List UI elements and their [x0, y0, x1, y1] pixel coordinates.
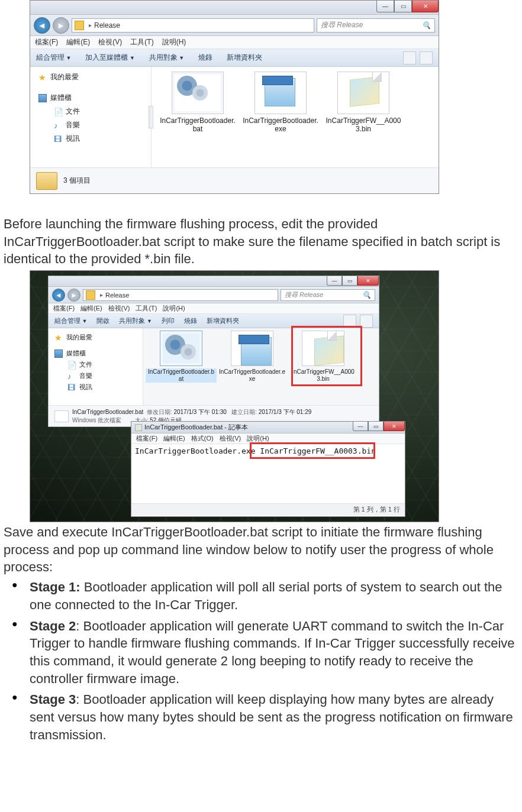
notepad-window: InCarTriggerBootloader.bat - 記事本 — ▭ ✕ 檔…: [131, 421, 405, 517]
minimize-button[interactable]: —: [327, 276, 342, 286]
search-input[interactable]: 搜尋 Release 🔍: [281, 289, 375, 301]
close-button[interactable]: ✕: [357, 276, 379, 286]
sidebar-favorites[interactable]: ★我的最愛: [30, 70, 151, 84]
file-item-bin[interactable]: InCarTriggerFW__A0003.bin: [288, 331, 359, 403]
text-editor-area[interactable]: InCarTriggerBootloader.exe InCarTriggerF…: [131, 444, 405, 503]
sidebar-documents[interactable]: 📄文件: [49, 359, 143, 370]
maximize-button[interactable]: ▭: [368, 422, 384, 431]
menu-help[interactable]: 說明(H): [247, 434, 269, 443]
details-pane: 3 個項目: [30, 167, 439, 193]
close-button[interactable]: ✕: [412, 1, 439, 12]
view-options-icon[interactable]: [403, 51, 416, 64]
search-input[interactable]: 搜尋 Release 🔍: [317, 18, 435, 33]
explorer-window-1: — ▭ ✕ ◄ ► ▸ Release 搜尋 Release 🔍 檔案(F) 編…: [30, 0, 439, 194]
menu-file[interactable]: 檔案(F): [136, 434, 157, 443]
toolbar-burn[interactable]: 燒錄: [198, 53, 212, 63]
view-options-icon[interactable]: [343, 315, 356, 328]
menu-edit[interactable]: 編輯(E): [80, 304, 102, 313]
menu-help[interactable]: 說明(H): [163, 304, 185, 313]
toolbar-share[interactable]: 共用對象: [119, 316, 152, 325]
menu-format[interactable]: 格式(O): [191, 434, 214, 443]
explorer-body: ★我的最愛 媒體櫃 📄文件 ♪音樂 🎞視訊 InCarTriggerBootlo…: [49, 328, 379, 405]
sidebar-libraries[interactable]: 媒體櫃: [30, 91, 151, 105]
toolbar-open[interactable]: 開啟: [96, 316, 109, 325]
file-label: InCarTriggerBootloader.bat: [146, 368, 217, 383]
file-list[interactable]: InCarTriggerBootloader.bat InCarTriggerB…: [152, 67, 439, 167]
titlebar[interactable]: InCarTriggerBootloader.bat - 記事本 — ▭ ✕: [131, 422, 405, 434]
stage-1-label: Stage 1:: [30, 580, 80, 594]
stage-3-label: Stage 3: [30, 692, 76, 707]
menu-view[interactable]: 檢視(V): [98, 37, 122, 47]
file-label: InCarTriggerFW__A0003.bin: [322, 117, 405, 134]
file-item-bat[interactable]: InCarTriggerBootloader.bat: [146, 331, 217, 403]
toolbar-burn[interactable]: 燒錄: [184, 316, 197, 325]
close-button[interactable]: ✕: [384, 422, 405, 431]
preview-pane-icon[interactable]: [420, 51, 433, 64]
file-item-bin[interactable]: InCarTriggerFW__A0003.bin: [322, 72, 405, 163]
status-mod-date: 2017/1/3 下午 01:30: [173, 409, 227, 415]
bin-file-icon: [337, 72, 389, 114]
status-create-date: 2017/1/3 下午 01:29: [259, 409, 312, 415]
search-placeholder: 搜尋 Release: [321, 20, 363, 30]
library-icon: [38, 94, 47, 102]
titlebar[interactable]: — ▭ ✕: [30, 1, 439, 15]
file-item-exe[interactable]: InCarTriggerBootloader.exe: [239, 72, 322, 163]
preview-pane-icon[interactable]: [360, 315, 373, 328]
forward-button[interactable]: ►: [67, 289, 80, 302]
maximize-button[interactable]: ▭: [342, 276, 357, 286]
menu-tools[interactable]: 工具(T): [136, 304, 157, 313]
sidebar-music[interactable]: ♪音樂: [30, 118, 151, 132]
back-button[interactable]: ◄: [52, 289, 65, 302]
stage-3: Stage 3: Bootloader application will kee…: [4, 691, 518, 747]
menu-tools[interactable]: 工具(T): [130, 37, 153, 47]
file-item-bat[interactable]: InCarTriggerBootloader.bat: [156, 72, 239, 163]
sidebar-favorites[interactable]: ★我的最愛: [49, 332, 143, 343]
sidebar-videos[interactable]: 🎞視訊: [49, 381, 143, 393]
toolbar-share[interactable]: 共用對象: [149, 53, 184, 63]
toolbar-organize[interactable]: 組合管理: [54, 316, 87, 325]
exe-file-icon: [231, 331, 273, 366]
toolbar-new-folder[interactable]: 新增資料夾: [227, 53, 262, 63]
editor-text-left: InCarTriggerBootloader.exe: [135, 447, 260, 455]
instruction-paragraph-2: Save and execute InCarTriggerBootloader.…: [0, 523, 522, 576]
toolbar-print[interactable]: 列印: [162, 316, 175, 325]
menu-edit[interactable]: 編輯(E): [66, 37, 90, 47]
breadcrumb[interactable]: ▸ Release: [72, 18, 314, 33]
sidebar-documents[interactable]: 📄文件: [30, 105, 151, 118]
star-icon: ★: [38, 73, 47, 82]
sidebar-libraries[interactable]: 媒體櫃: [49, 348, 143, 359]
stage-2-label: Stage 2: [30, 619, 76, 633]
toolbar-include-lib[interactable]: 加入至媒體櫃: [85, 53, 134, 63]
forward-button[interactable]: ►: [53, 17, 69, 34]
documents-icon: 📄: [67, 361, 76, 369]
stage-3-text: : Bootloader application will keep displ…: [30, 692, 513, 742]
menu-file[interactable]: 檔案(F): [35, 37, 58, 47]
music-icon: ♪: [54, 121, 62, 130]
menu-view[interactable]: 檢視(V): [220, 434, 241, 443]
menu-file[interactable]: 檔案(F): [53, 304, 75, 313]
minimize-button[interactable]: —: [376, 1, 394, 12]
stage-1: Stage 1: Bootloader application will pol…: [4, 578, 518, 617]
menu-edit[interactable]: 編輯(E): [163, 434, 185, 443]
breadcrumb[interactable]: ▸ Release: [83, 289, 278, 301]
breadcrumb-segment[interactable]: Release: [94, 21, 120, 30]
file-list[interactable]: InCarTriggerBootloader.bat InCarTriggerB…: [143, 328, 379, 405]
folder-icon: [86, 290, 95, 300]
file-label: InCarTriggerFW__A0003.bin: [288, 368, 359, 383]
menu-view[interactable]: 檢視(V): [108, 304, 130, 313]
minimize-button[interactable]: —: [353, 422, 368, 431]
maximize-button[interactable]: ▭: [394, 1, 412, 12]
toolbar-new-folder[interactable]: 新增資料夾: [207, 316, 239, 325]
splitter-handle[interactable]: [149, 106, 153, 128]
toolbar-organize[interactable]: 組合管理: [36, 53, 71, 63]
back-button[interactable]: ◄: [34, 17, 50, 34]
search-icon: 🔍: [422, 21, 431, 30]
file-item-exe[interactable]: InCarTriggerBootloader.exe: [217, 331, 288, 403]
sidebar-music[interactable]: ♪音樂: [49, 370, 143, 381]
sidebar-videos[interactable]: 🎞視訊: [30, 132, 151, 145]
titlebar[interactable]: — ▭ ✕: [49, 276, 379, 287]
nav-pane: ★我的最愛 媒體櫃 📄文件 ♪音樂 🎞視訊: [30, 67, 152, 167]
breadcrumb-segment[interactable]: Release: [105, 292, 129, 299]
nav-pane: ★我的最愛 媒體櫃 📄文件 ♪音樂 🎞視訊: [49, 328, 143, 405]
menu-help[interactable]: 說明(H): [162, 37, 186, 47]
